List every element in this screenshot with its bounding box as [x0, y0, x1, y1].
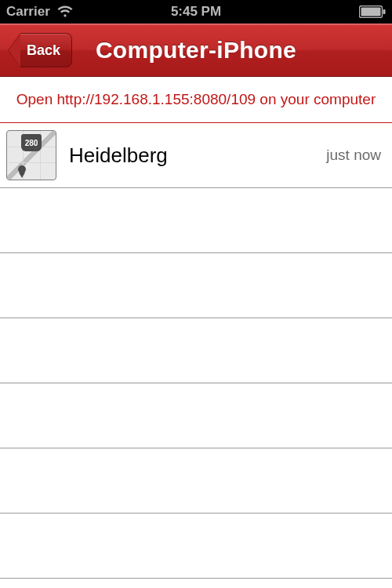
list: 280 Heidelberg just now — [0, 123, 392, 579]
list-item-time: just now — [326, 147, 381, 164]
list-item-title: Heidelberg — [69, 143, 314, 168]
list-item-empty — [0, 383, 392, 448]
nav-bar: Back Computer-iPhone — [0, 24, 392, 77]
status-bar: Carrier 5:45 PM — [0, 0, 392, 24]
page-title: Computer-iPhone — [96, 37, 296, 64]
map-pin-icon — [18, 165, 26, 173]
list-item[interactable]: 280 Heidelberg just now — [0, 123, 392, 188]
info-banner: Open http://192.168.1.155:8080/109 on yo… — [0, 77, 392, 123]
back-arrow-icon — [8, 33, 20, 67]
back-button-label: Back — [20, 33, 72, 67]
route-shield-icon: 280 — [21, 134, 42, 151]
status-left: Carrier — [6, 4, 74, 20]
svg-rect-2 — [383, 9, 386, 14]
list-item-empty — [0, 188, 392, 253]
list-item-empty — [0, 514, 392, 579]
list-item-empty — [0, 448, 392, 514]
svg-rect-1 — [361, 8, 381, 16]
map-thumbnail-icon: 280 — [6, 130, 56, 180]
battery-icon — [359, 5, 386, 18]
list-item-empty — [0, 253, 392, 318]
carrier-label: Carrier — [6, 4, 50, 20]
wifi-icon — [56, 5, 74, 18]
list-item-empty — [0, 318, 392, 383]
back-button[interactable]: Back — [8, 33, 72, 67]
status-right — [359, 5, 386, 18]
